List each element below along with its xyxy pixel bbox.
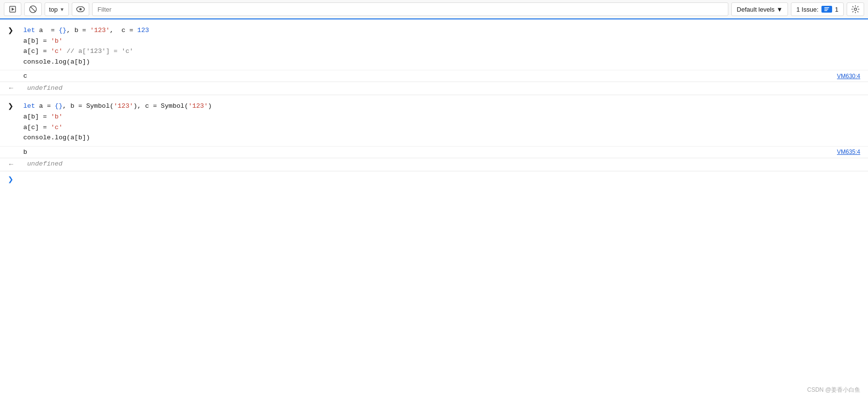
issues-icon <box>821 6 832 13</box>
source-link-2[interactable]: VM635:4 <box>837 149 860 155</box>
prompt-row: ❯ <box>0 171 868 187</box>
svg-marker-1 <box>12 8 15 11</box>
result-row-1: c VM630:4 <box>0 70 868 82</box>
source-link-1[interactable]: VM630:4 <box>837 73 860 80</box>
code-line-2-2: a[b] = 'b' <box>23 112 860 122</box>
console-entry-2: ❯ let a = {}, b = Symbol('123'), c = Sym… <box>0 95 868 146</box>
svg-rect-8 <box>824 9 828 10</box>
code-line-1-2: a[b] = 'b' <box>23 36 860 47</box>
context-selector[interactable]: top ▼ <box>45 2 69 16</box>
svg-point-10 <box>854 8 857 11</box>
context-label: top <box>49 6 58 13</box>
svg-point-5 <box>79 8 81 11</box>
result-value-2: b <box>23 149 27 156</box>
svg-rect-7 <box>824 7 829 8</box>
code-line-1-3: a[c] = 'c' // a['123'] = 'c' <box>23 46 860 57</box>
eye-button[interactable] <box>72 2 89 16</box>
code-line-2-4: console.log(a[b]) <box>23 133 860 143</box>
devtools-toolbar: top ▼ Default levels ▼ 1 Issue: 1 <box>0 0 868 19</box>
undefined-text-2: undefined <box>27 160 63 167</box>
svg-rect-9 <box>824 10 827 11</box>
console-entry-1: ❯ let a = {}, b = '123', c = 123 a[b] = … <box>0 19 868 70</box>
result-value-1: c <box>23 72 27 80</box>
result-row-2: b VM635:4 <box>0 147 868 158</box>
code-line-1-1: let a = {}, b = '123', c = 123 <box>23 25 860 36</box>
code-line-1-4: console.log(a[b]) <box>23 57 860 67</box>
watermark: CSDN @姜香小白鱼 <box>807 386 860 394</box>
clear-button[interactable] <box>24 2 42 16</box>
filter-input[interactable] <box>92 2 728 16</box>
return-arrow-1: ← <box>8 84 23 92</box>
levels-label: Default levels <box>737 6 774 13</box>
issues-badge[interactable]: 1 Issue: 1 <box>791 2 844 16</box>
console-body: ❯ let a = {}, b = '123', c = 123 a[b] = … <box>0 19 868 187</box>
expand-arrow-1[interactable]: ❯ <box>8 25 23 34</box>
return-arrow-2: ← <box>8 160 23 168</box>
levels-selector[interactable]: Default levels ▼ <box>731 2 788 16</box>
undefined-text-1: undefined <box>27 84 63 92</box>
settings-button[interactable] <box>847 2 864 16</box>
code-block-1: let a = {}, b = '123', c = 123 a[b] = 'b… <box>23 25 860 67</box>
prompt-arrow[interactable]: ❯ <box>8 175 14 183</box>
return-row-1: ← undefined <box>0 82 868 95</box>
code-line-2-3: a[c] = 'c' <box>23 122 860 133</box>
svg-line-3 <box>31 7 36 12</box>
expand-arrow-2[interactable]: ❯ <box>8 101 23 110</box>
issues-count: 1 <box>835 6 838 13</box>
context-chevron: ▼ <box>60 7 64 12</box>
code-line-2-1: let a = {}, b = Symbol('123'), c = Symbo… <box>23 101 860 112</box>
code-block-2: let a = {}, b = Symbol('123'), c = Symbo… <box>23 101 860 143</box>
issues-label: 1 Issue: <box>796 6 819 13</box>
return-row-2: ← undefined <box>0 158 868 171</box>
levels-chevron: ▼ <box>776 6 783 13</box>
run-button[interactable] <box>4 2 21 16</box>
